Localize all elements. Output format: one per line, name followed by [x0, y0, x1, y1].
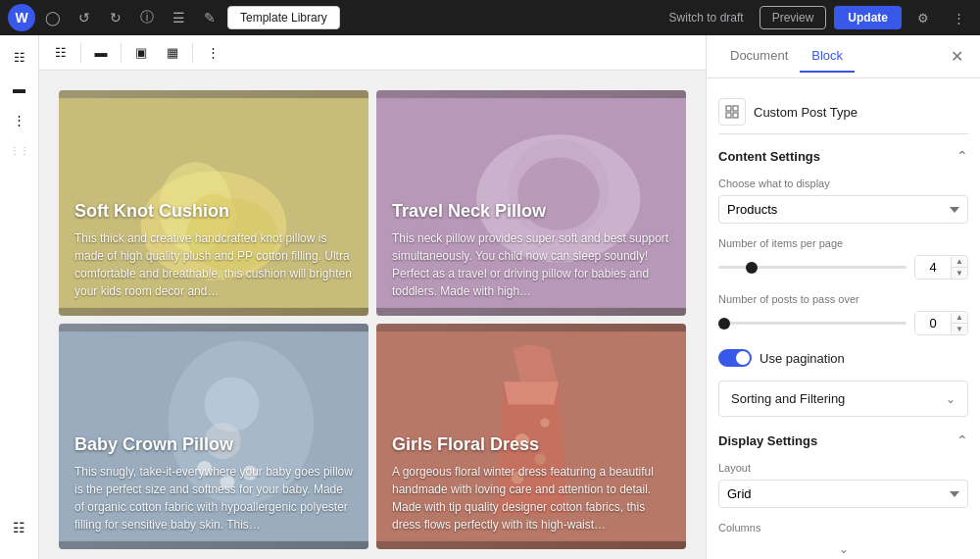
product-grid: Soft Knot Cushion This thick and creativ… — [59, 90, 686, 549]
posts-pass-over-row: ▲ ▼ — [718, 311, 968, 335]
product-desc-1: This thick and creative handcrafted knot… — [74, 229, 353, 300]
info-icon[interactable]: ⓘ — [133, 4, 161, 31]
sorting-filtering-arrow: ⌄ — [946, 392, 956, 406]
display-settings-title: Display Settings — [718, 433, 817, 448]
product-desc-3: This snugly, take-it-everywhere your bab… — [74, 463, 353, 534]
preview-button[interactable]: Preview — [760, 6, 827, 29]
items-per-page-input[interactable] — [915, 256, 951, 279]
content-settings-toggle[interactable]: ⌃ — [956, 148, 968, 164]
items-per-page-input-wrap: ▲ ▼ — [914, 255, 968, 280]
table-icon[interactable]: ▣ — [127, 39, 155, 67]
undo-icon[interactable]: ↺ — [71, 4, 98, 31]
grid-view-icon[interactable]: ▦ — [159, 39, 186, 67]
display-settings-header: Display Settings ⌃ — [718, 431, 968, 450]
choose-display-label: Choose what to display — [718, 178, 968, 189]
more-toolbar-icon[interactable]: ⋮ — [199, 39, 226, 67]
posts-pass-over-label: Number of posts to pass over — [718, 293, 968, 305]
pencil-icon[interactable]: ✎ — [196, 4, 223, 31]
product-title-2: Travel Neck Pillow — [392, 201, 670, 222]
posts-pass-over-input[interactable] — [915, 312, 951, 334]
product-title-4: Girls Floral Dress — [392, 434, 670, 455]
wp-logo: W — [8, 4, 35, 31]
display-settings-section: Display Settings ⌃ Layout Grid List Maso… — [718, 431, 968, 539]
top-bar: W ◯ ↺ ↻ ⓘ ☰ ✎ Template Library Switch to… — [0, 0, 980, 35]
display-settings-toggle[interactable]: ⌃ — [956, 432, 968, 448]
toolbar-divider-1 — [80, 43, 81, 63]
product-card: Baby Crown Pillow This snugly, take-it-e… — [59, 324, 368, 549]
items-per-page-slider[interactable] — [718, 266, 906, 269]
scroll-down-arrow[interactable]: ⌄ — [707, 539, 980, 559]
posts-pass-over-arrows: ▲ ▼ — [951, 313, 967, 334]
toolbar-divider-3 — [192, 43, 193, 63]
layout-select[interactable]: Grid List Masonry — [718, 480, 968, 508]
items-per-page-label: Number of items per page — [718, 237, 968, 249]
back-icon[interactable]: ◯ — [39, 4, 67, 31]
svg-rect-24 — [733, 113, 738, 118]
items-per-page-group: Number of items per page ▲ ▼ — [718, 237, 968, 280]
posts-pass-over-down[interactable]: ▼ — [952, 324, 967, 334]
redo-icon[interactable]: ↻ — [102, 4, 129, 31]
template-library-button[interactable]: Template Library — [227, 6, 340, 29]
product-title-3: Baby Crown Pillow — [74, 434, 353, 455]
close-sidebar-button[interactable]: ✕ — [945, 45, 968, 69]
posts-pass-over-input-wrap: ▲ ▼ — [914, 311, 968, 335]
main-layout: ☷ ▬ ⋮ ⋮⋮ ☷ ☷ ▬ ▣ ▦ ⋮ — [0, 35, 980, 559]
cpt-label: Custom Post Type — [754, 105, 858, 120]
card-content-2: Travel Neck Pillow This neck pillow prov… — [376, 185, 686, 316]
toolbar-divider-2 — [121, 43, 122, 63]
product-desc-4: A gorgeous floral winter dress featuring… — [392, 463, 670, 534]
items-per-page-up[interactable]: ▲ — [952, 257, 967, 268]
choose-display-select[interactable]: Products Posts Pages — [718, 195, 968, 224]
top-bar-right: Switch to draft Preview Update ⚙ ⋮ — [662, 4, 972, 31]
pagination-label: Use pagination — [760, 351, 845, 366]
posts-pass-over-up[interactable]: ▲ — [952, 313, 967, 324]
product-title-1: Soft Knot Cushion — [74, 201, 353, 222]
canvas-area: ☷ ▬ ▣ ▦ ⋮ — [39, 35, 706, 559]
posts-pass-over-group: Number of posts to pass over ▲ ▼ — [718, 293, 968, 335]
items-per-page-row: ▲ ▼ — [718, 255, 968, 280]
pagination-toggle[interactable] — [718, 349, 752, 367]
sidebar-tabs: Document Block ✕ — [707, 35, 980, 78]
layout-label: Layout — [718, 462, 968, 474]
svg-rect-21 — [726, 106, 731, 111]
list-icon[interactable]: ☰ — [165, 4, 192, 31]
right-sidebar: Document Block ✕ Custom Post Type — [706, 35, 980, 559]
align-left-icon[interactable]: ▬ — [87, 39, 115, 67]
custom-post-type-section: Custom Post Type — [718, 90, 968, 134]
switch-draft-button[interactable]: Switch to draft — [662, 7, 752, 28]
pagination: 1 2 > — [59, 549, 686, 559]
items-per-page-arrows: ▲ ▼ — [951, 257, 967, 279]
canvas-toolbar: ☷ ▬ ▣ ▦ ⋮ — [39, 35, 706, 71]
update-button[interactable]: Update — [834, 6, 902, 29]
cpt-icon — [718, 98, 746, 126]
svg-rect-23 — [726, 113, 731, 118]
columns-group: Columns ▲ ▼ — [718, 522, 968, 539]
tab-block[interactable]: Block — [800, 40, 855, 73]
content-settings-title: Content Settings — [718, 149, 820, 164]
left-panel-icon[interactable]: ☷ — [4, 512, 35, 543]
posts-pass-over-slider[interactable] — [718, 322, 906, 325]
canvas-scroll[interactable]: Soft Knot Cushion This thick and creativ… — [39, 71, 706, 559]
block-nav-icon[interactable]: ☷ — [47, 39, 74, 67]
settings-icon[interactable]: ⚙ — [909, 4, 937, 31]
product-card: Travel Neck Pillow This neck pillow prov… — [376, 90, 686, 316]
sorting-filtering-header[interactable]: Sorting and Filtering ⌄ — [719, 381, 967, 416]
top-bar-left: W ◯ ↺ ↻ ⓘ ☰ ✎ Template Library — [8, 4, 340, 31]
drag-handle: ⋮⋮ — [10, 145, 29, 156]
layout-group: Layout Grid List Masonry — [718, 462, 968, 508]
product-card: Soft Knot Cushion This thick and creativ… — [59, 90, 368, 316]
grid-icon[interactable]: ⋮ — [6, 106, 33, 133]
product-desc-2: This neck pillow provides super soft and… — [392, 229, 670, 300]
tab-document[interactable]: Document — [718, 40, 800, 73]
columns-label: Columns — [718, 522, 968, 534]
sidebar-content: Custom Post Type Content Settings ⌃ Choo… — [707, 78, 980, 539]
product-card: Girls Floral Dress A gorgeous floral win… — [376, 324, 686, 549]
sorting-filtering-title: Sorting and Filtering — [731, 391, 845, 406]
items-per-page-down[interactable]: ▼ — [952, 268, 967, 279]
more-options-icon[interactable]: ⋮ — [945, 4, 972, 31]
sorting-filtering-section: Sorting and Filtering ⌄ — [718, 381, 968, 417]
view-options-icon[interactable]: ☷ — [6, 43, 33, 71]
layout-icon[interactable]: ▬ — [6, 75, 33, 102]
pagination-toggle-row: Use pagination — [718, 349, 968, 367]
card-content-1: Soft Knot Cushion This thick and creativ… — [59, 185, 368, 316]
